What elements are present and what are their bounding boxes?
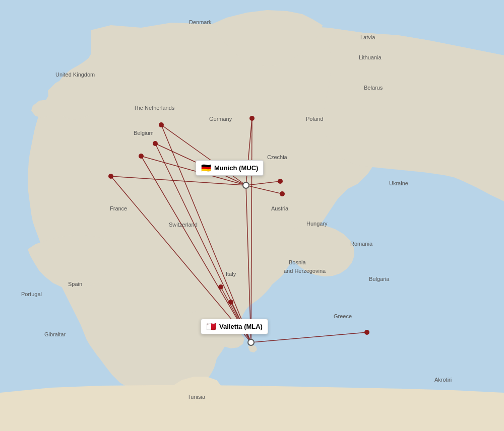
valletta-flag: 🇲🇹 (206, 322, 216, 331)
svg-text:Denmark: Denmark (189, 19, 212, 25)
munich-popup: 🇩🇪 Munich (MUC) (196, 160, 264, 176)
munich-label: Munich (MUC) (214, 164, 258, 172)
svg-text:Switzerland: Switzerland (169, 222, 198, 228)
munich-flag: 🇩🇪 (201, 163, 211, 173)
svg-text:Austria: Austria (271, 205, 289, 211)
svg-text:Czechia: Czechia (267, 154, 288, 160)
svg-text:Italy: Italy (226, 271, 236, 277)
svg-text:Lithuania: Lithuania (359, 54, 382, 60)
svg-text:Poland: Poland (306, 116, 323, 122)
svg-text:Germany: Germany (209, 116, 232, 122)
svg-point-17 (108, 174, 113, 179)
svg-point-21 (249, 116, 255, 121)
svg-text:United Kingdom: United Kingdom (55, 71, 95, 78)
map-svg: United Kingdom Denmark The Netherlands B… (0, 0, 504, 431)
svg-text:Gibraltar: Gibraltar (44, 331, 66, 337)
svg-text:Spain: Spain (68, 281, 82, 287)
svg-point-27 (243, 182, 249, 188)
svg-text:Bosnia: Bosnia (289, 259, 306, 265)
svg-text:Greece: Greece (334, 313, 352, 319)
svg-point-25 (228, 300, 233, 305)
svg-text:Akrotiri: Akrotiri (434, 377, 452, 383)
svg-text:France: France (110, 205, 127, 211)
valletta-label: Valletta (MLA) (219, 323, 263, 330)
svg-text:Romania: Romania (350, 241, 373, 247)
svg-text:Latvia: Latvia (360, 34, 375, 40)
svg-point-22 (278, 179, 283, 184)
svg-point-28 (248, 339, 254, 345)
svg-text:Tunisia: Tunisia (187, 394, 206, 400)
svg-point-26 (364, 330, 369, 335)
svg-text:Belarus: Belarus (364, 85, 383, 91)
svg-point-18 (139, 154, 144, 159)
svg-text:and Herzegovina: and Herzegovina (284, 268, 326, 274)
svg-text:Ukraine: Ukraine (389, 180, 408, 186)
svg-text:Hungary: Hungary (306, 221, 328, 227)
svg-point-19 (153, 141, 158, 146)
svg-text:The Netherlands: The Netherlands (134, 105, 175, 111)
svg-text:Portugal: Portugal (21, 291, 42, 297)
svg-text:Belgium: Belgium (134, 130, 154, 136)
map-container: United Kingdom Denmark The Netherlands B… (0, 0, 504, 431)
svg-point-23 (280, 191, 285, 196)
svg-point-20 (159, 122, 164, 127)
svg-text:Bulgaria: Bulgaria (369, 276, 390, 282)
valletta-popup: 🇲🇹 Valletta (MLA) (201, 319, 268, 334)
svg-point-24 (218, 284, 223, 290)
